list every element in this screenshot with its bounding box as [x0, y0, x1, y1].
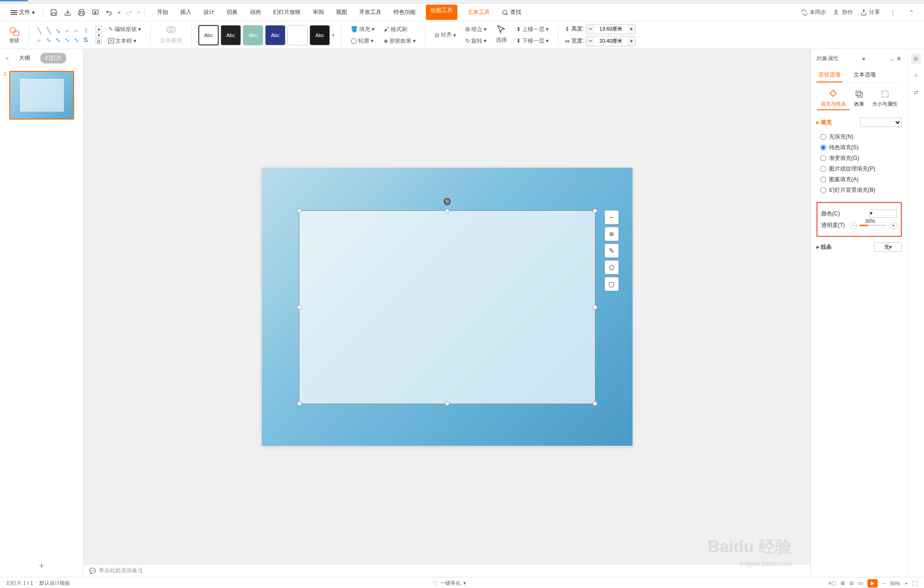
gallery-more[interactable]: ⊟	[95, 39, 102, 44]
resize-handle-tl[interactable]	[297, 209, 302, 213]
select-button[interactable]: 选择	[493, 35, 510, 45]
zoom-out-button[interactable]: −	[882, 581, 885, 586]
close-panel-icon[interactable]: ✕	[896, 56, 902, 62]
shape-options-tab[interactable]: 形状选项	[816, 68, 842, 82]
color-picker[interactable]: ▾	[869, 209, 897, 218]
fill-gradient-radio[interactable]: 渐变填充(G)	[820, 153, 902, 164]
eyedropper-tool-icon[interactable]: ✎	[605, 244, 619, 258]
style-preset-1[interactable]: Abc	[198, 25, 219, 45]
style-preset-6[interactable]: Abc	[310, 25, 330, 45]
text-options-tab[interactable]: 文本选项	[852, 68, 878, 82]
tab-review[interactable]: 审阅	[311, 5, 326, 20]
gallery-up[interactable]: ▴	[95, 26, 102, 32]
settings-icon[interactable]: ⚙	[911, 54, 921, 64]
arrow-shape[interactable]: ↘	[54, 26, 62, 35]
notes-bar[interactable]: 💬 单击此处添加备注	[83, 564, 810, 577]
view-grid-icon[interactable]: ⊞	[841, 580, 845, 586]
tab-special[interactable]: 特色功能	[392, 5, 418, 20]
fill-picture-radio[interactable]: 图片或纹理填充(P)	[820, 164, 902, 174]
tab-animation[interactable]: 动画	[248, 5, 263, 20]
add-slide-button[interactable]: +	[0, 555, 83, 577]
gallery-down[interactable]: ▾	[95, 32, 102, 38]
edit-shape-button[interactable]: ✎编辑形状▾	[106, 24, 144, 35]
shape-tool-icon[interactable]: ⬠	[605, 260, 619, 274]
format-painter-button[interactable]: 🖌 格式刷	[381, 24, 418, 35]
rotate-button[interactable]: ↻ 旋转 ▾	[462, 36, 489, 46]
tab-design[interactable]: 设计	[202, 5, 216, 20]
align-button[interactable]: ⊟对齐▾	[432, 30, 459, 40]
tab-slideshow[interactable]: 幻灯片放映	[271, 5, 303, 20]
shape-button[interactable]: 形状	[7, 25, 22, 45]
tab-text-tools[interactable]: 文本工具	[466, 5, 492, 20]
tab-drawing-tools[interactable]: 绘图工具	[426, 5, 457, 20]
resize-handle-tr[interactable]	[593, 209, 597, 213]
collapse-panel-icon[interactable]: «	[6, 55, 9, 62]
height-field[interactable]	[595, 25, 627, 34]
collab-button[interactable]: 协作	[834, 8, 853, 16]
transparency-minus[interactable]: −	[849, 222, 857, 229]
width-plus[interactable]: +	[627, 37, 635, 46]
tab-view[interactable]: 视图	[334, 5, 349, 20]
undo-icon[interactable]	[104, 7, 115, 18]
share-button[interactable]: 分享	[861, 8, 880, 16]
pin-icon[interactable]: ⫠	[889, 56, 895, 62]
group-button[interactable]: ⊞ 组合 ▾	[462, 24, 489, 35]
view-reading-icon[interactable]: ▭	[858, 580, 863, 586]
view-sorter-icon[interactable]: ⊟	[849, 580, 854, 586]
view-normal-icon[interactable]: ≡▢	[829, 580, 836, 586]
star-icon[interactable]: ✧	[911, 70, 921, 81]
layers-tool-icon[interactable]: ≋	[605, 227, 619, 241]
elbow-shape[interactable]: ⌐	[35, 36, 44, 44]
search-button[interactable]: 查找	[500, 5, 523, 20]
zigzag-shape[interactable]: ∿	[44, 36, 53, 44]
rotate-handle[interactable]: ↻	[443, 198, 451, 205]
height-minus[interactable]: −	[586, 25, 595, 34]
line-shape[interactable]: ╲	[35, 26, 44, 35]
style-preset-3[interactable]: Abc	[243, 25, 263, 45]
fill-line-subtab[interactable]: 填充与线条	[817, 88, 850, 110]
transfer-icon[interactable]: ⇄	[911, 87, 921, 97]
effect-subtab[interactable]: 效果	[850, 88, 868, 110]
line-section-header[interactable]: ▸ 线条 无 ▾	[816, 240, 902, 254]
zigzag-shape[interactable]: ∿	[72, 36, 81, 44]
undo-dropdown[interactable]: ▾	[118, 9, 120, 16]
zoom-in-button[interactable]: +	[905, 581, 908, 586]
redo-icon[interactable]	[123, 7, 134, 18]
shape-effect-button[interactable]: ◈ 形状效果 ▾	[381, 36, 418, 46]
fill-none-radio[interactable]: 无填充(N)	[820, 132, 902, 142]
preview-icon[interactable]	[90, 7, 101, 18]
tab-start[interactable]: 开始	[155, 5, 170, 20]
more-icon[interactable]: ⋮	[887, 7, 899, 18]
height-plus[interactable]: +	[627, 25, 635, 34]
transparency-plus[interactable]: +	[890, 222, 897, 229]
tab-transition[interactable]: 切换	[225, 5, 240, 20]
slides-tab[interactable]: 幻灯片	[40, 53, 66, 63]
play-button[interactable]: ▶	[867, 579, 878, 588]
outline-button[interactable]: ◯ 轮廓 ▾	[348, 36, 377, 46]
resize-handle-bl[interactable]	[297, 401, 302, 406]
transparency-slider[interactable]: 30%	[860, 225, 887, 226]
file-menu-button[interactable]: 文件 ▾	[7, 6, 38, 18]
fill-slidebg-radio[interactable]: 幻灯片背景填充(B)	[820, 185, 902, 196]
slide-thumbnail-1[interactable]: 1	[4, 71, 79, 120]
freeform-shape[interactable]: S	[82, 36, 90, 44]
curve-shape[interactable]: ⌇	[82, 26, 90, 35]
style-preset-2[interactable]: Abc	[221, 25, 241, 45]
print-icon[interactable]	[76, 7, 87, 18]
zoom-out-tool[interactable]: −	[605, 210, 619, 224]
resize-handle-mr[interactable]	[593, 305, 597, 310]
width-field[interactable]	[595, 37, 627, 46]
style-preset-5[interactable]	[287, 25, 308, 45]
fill-button[interactable]: 🪣 填充 ▾	[348, 24, 377, 35]
tab-devtools[interactable]: 开发工具	[357, 5, 383, 20]
tab-insert[interactable]: 插入	[178, 5, 193, 20]
line-dropdown[interactable]: 无 ▾	[874, 242, 902, 252]
fill-pattern-radio[interactable]: 图案填充(A)	[820, 174, 902, 185]
resize-handle-bm[interactable]	[445, 401, 449, 406]
outline-tab[interactable]: 大纲	[14, 53, 35, 63]
text-box-button[interactable]: A文本框▾	[106, 36, 144, 46]
style-more[interactable]: ▾	[332, 32, 335, 38]
zigzag-shape[interactable]: ∿	[54, 36, 62, 44]
resize-handle-br[interactable]	[593, 401, 597, 406]
redo-dropdown[interactable]: ▾	[137, 9, 140, 16]
